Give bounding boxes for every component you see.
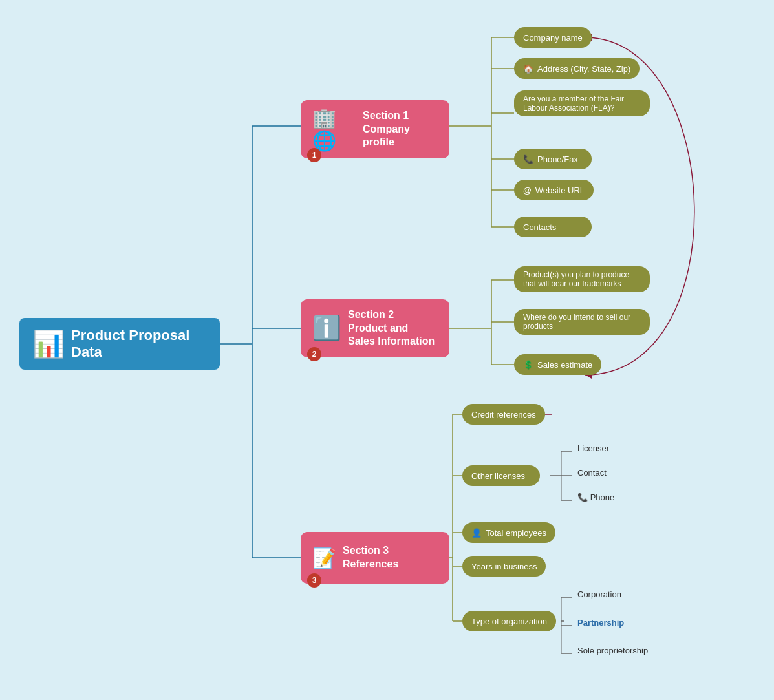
leaf-phone: 📞 Phone/Fax: [514, 149, 592, 169]
leaf-website: @ Website URL: [514, 180, 594, 200]
leaf-years: Years in business: [462, 556, 546, 577]
leaf-sell: Where do you intend to sell our products: [514, 309, 650, 335]
plain-partnership-label: Partnership: [577, 618, 624, 628]
leaf-sell-label: Where do you intend to sell our products: [523, 313, 641, 331]
section-1-node: 🏢🌐 Section 1 Company profile 1: [301, 100, 449, 158]
leaf-org-label: Type of organization: [471, 617, 547, 626]
section-2-node: ℹ️ Section 2 Product and Sales Informati…: [301, 299, 449, 357]
leaf-fla: Are you a member of the Fair Labour Asso…: [514, 90, 650, 116]
leaf-licenses: Other licenses: [462, 465, 540, 486]
leaf-employees: 👤 Total employees: [462, 522, 555, 543]
leaf-employees-label: Total employees: [486, 528, 546, 538]
leaf-website-label: Website URL: [535, 186, 585, 195]
plain-partnership: Partnership: [572, 615, 629, 630]
section-3-line1: Section 3: [343, 544, 398, 558]
section-1-line1: Section 1: [363, 109, 438, 123]
leaf-credit-label: Credit references: [471, 410, 536, 419]
leaf-address: 🏠 Address (City, State, Zip): [514, 58, 640, 79]
leaf-fla-label: Are you a member of the Fair Labour Asso…: [523, 94, 641, 112]
leaf-company-name-label: Company name: [523, 33, 583, 43]
root-label: Product Proposal Data: [71, 327, 207, 361]
section-2-icon: ℹ️: [312, 315, 341, 342]
section-3-icon: 📝: [312, 547, 336, 569]
plain-licenser-label: Licenser: [577, 443, 609, 453]
leaf-products-label: Product(s) you plan to produce that will…: [523, 270, 641, 288]
plain-corporation-label: Corporation: [577, 589, 621, 599]
section-2-badge: 2: [307, 347, 321, 361]
section-1-icon: 🏢🌐: [312, 107, 356, 152]
plain-contact-label: Contact: [577, 468, 607, 478]
leaf-credit: Credit references: [462, 404, 545, 425]
section-1-badge: 1: [307, 148, 321, 162]
leaf-years-label: Years in business: [471, 562, 537, 571]
plain-licenser: Licenser: [572, 441, 614, 456]
leaf-licenses-label: Other licenses: [471, 471, 525, 481]
plain-phone: 📞 Phone: [572, 490, 619, 505]
root-node: 📊 Product Proposal Data: [19, 318, 220, 370]
leaf-org: Type of organization: [462, 611, 556, 631]
section-2-line1: Section 2: [348, 308, 438, 322]
section-3-line2: References: [343, 558, 398, 571]
leaf-company-name: Company name: [514, 27, 592, 48]
plain-phone-label: Phone: [590, 493, 615, 502]
leaf-products: Product(s) you plan to produce that will…: [514, 266, 650, 292]
section-1-line2: Company profile: [363, 123, 438, 150]
leaf-contacts-label: Contacts: [523, 222, 556, 232]
section-2-line2: Product and Sales Information: [348, 322, 438, 349]
plain-corporation: Corporation: [572, 587, 627, 602]
section-3-node: 📝 Section 3 References 3: [301, 532, 449, 584]
plain-sole-label: Sole proprietorship: [577, 646, 648, 655]
section-3-badge: 3: [307, 573, 321, 588]
leaf-address-label: Address (City, State, Zip): [537, 64, 630, 74]
plain-contact: Contact: [572, 465, 612, 480]
leaf-sales: 💲 Sales estimate: [514, 354, 601, 375]
presenter-icon: 📊: [32, 329, 65, 359]
plain-sole: Sole proprietorship: [572, 643, 653, 658]
leaf-contacts: Contacts: [514, 217, 592, 237]
leaf-phone-label: Phone/Fax: [537, 154, 578, 164]
leaf-sales-label: Sales estimate: [537, 360, 592, 370]
